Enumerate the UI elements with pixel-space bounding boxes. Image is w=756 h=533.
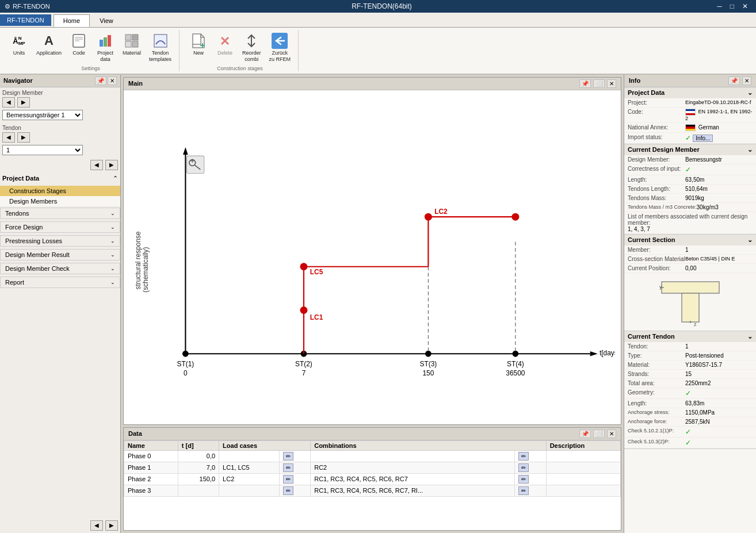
row0-lc-edit-btn[interactable]: ✏ xyxy=(283,452,293,461)
ribbon-btn-units[interactable]: ÅNMP Units xyxy=(7,30,31,58)
info-pin-button[interactable]: 📌 xyxy=(728,76,740,85)
row3-lc-edit-btn[interactable]: ✏ xyxy=(283,486,293,495)
nav-up-button[interactable]: ◀ xyxy=(90,160,103,170)
ct-geometry-value: ✓ xyxy=(685,389,691,397)
nav-section-design-member-check[interactable]: Design Member Check ⌄ xyxy=(0,263,120,274)
ct-material-label: Material: xyxy=(628,362,685,368)
row2-comb-edit[interactable]: ✏ xyxy=(515,473,547,485)
chart-svg: structural response (schematically) xyxy=(129,96,615,419)
row0-lc-edit[interactable]: ✏ xyxy=(279,450,311,462)
tab-home[interactable]: Home xyxy=(54,14,90,27)
data-close-button[interactable]: ✕ xyxy=(607,430,616,438)
delete-icon xyxy=(216,32,234,50)
delete-label: Delete xyxy=(217,50,232,56)
maximize-button[interactable]: □ xyxy=(727,1,738,11)
data-table: Name t [d] Load cases Combinations Descr… xyxy=(124,440,621,497)
tabbar: RF-TENDON Home View xyxy=(0,13,756,28)
row0-comb-edit-btn[interactable]: ✏ xyxy=(518,452,529,461)
ribbon-btn-code[interactable]: Code xyxy=(67,30,91,58)
tendon-next[interactable]: ▶ xyxy=(17,132,30,143)
info-current-tendon-header[interactable]: Current Tendon ⌄ xyxy=(624,331,756,342)
svg-text:(schematically): (schematically) xyxy=(142,247,150,292)
design-member-check-label: Design Member Check xyxy=(5,265,70,272)
nav-item-design-members[interactable]: Design Members xyxy=(0,196,120,206)
design-member-prev[interactable]: ◀ xyxy=(2,97,15,108)
data-expand-button[interactable]: ⬜ xyxy=(593,430,605,438)
nav-item-construction-stages[interactable]: Construction Stages xyxy=(0,186,120,196)
info-current-section-header[interactable]: Current Section ⌄ xyxy=(624,235,756,246)
cs-cross-section-label: Cross-section Material xyxy=(628,256,685,262)
minimize-button[interactable]: ─ xyxy=(713,1,726,11)
tendons-length-value: 510,64m xyxy=(685,186,708,192)
design-member-select[interactable]: Bemessungsträger 1 xyxy=(2,110,83,120)
info-ct-anchorage-stress-row: Anchorage stress: 1150,0MPa xyxy=(624,408,756,417)
row1-comb-edit[interactable]: ✏ xyxy=(515,462,547,473)
svg-text:ST(2): ST(2) xyxy=(295,359,312,367)
tendon-prev[interactable]: ◀ xyxy=(2,132,15,143)
info-current-design-member-section: Current Design Member ⌄ Design Member: B… xyxy=(624,144,756,235)
code-label: Code: xyxy=(628,109,685,121)
chart-close-button[interactable]: ✕ xyxy=(607,79,616,88)
nav-section-design-member-result[interactable]: Design Member Result ⌄ xyxy=(0,249,120,260)
info-ct-check1-row: Check 5.10.2.1(1)P: ✓ xyxy=(624,427,756,438)
info-project-data-header[interactable]: Project Data ⌄ xyxy=(624,87,756,98)
ct-geometry-label: Geometry: xyxy=(628,389,685,397)
row1-comb-edit-btn[interactable]: ✏ xyxy=(518,463,529,472)
row1-lc-edit-btn[interactable]: ✏ xyxy=(283,463,293,472)
row2-lc-edit-btn[interactable]: ✏ xyxy=(283,475,293,484)
row3-comb-edit-btn[interactable]: ✏ xyxy=(518,486,529,495)
nav-section-tendons[interactable]: Tendons ⌄ xyxy=(0,208,120,219)
nav-section-force-design[interactable]: Force Design ⌄ xyxy=(0,221,120,233)
ribbon-btn-project-data[interactable]: Projectdata xyxy=(93,30,117,64)
tab-view[interactable]: View xyxy=(90,14,123,27)
nav-section-prestressing-losses[interactable]: Prestressing Losses ⌄ xyxy=(0,235,120,247)
ribbon-btn-application[interactable]: A Application xyxy=(33,30,64,58)
units-icon: ÅNMP xyxy=(10,32,28,50)
chart-pin-button[interactable]: 📌 xyxy=(579,79,591,88)
ribbon-btn-delete[interactable]: Delete xyxy=(213,30,237,58)
tab-rf-tendon[interactable]: RF-TENDON xyxy=(0,14,51,26)
info-tendons-length-row: Tendons Length: 510,64m xyxy=(624,185,756,194)
info-button[interactable]: Info... xyxy=(693,135,713,142)
table-row: Phase 1 7,0 LC1, LC5 ✏ RC2 ✏ xyxy=(124,462,621,473)
row2-lc: LC2 xyxy=(219,473,280,485)
info-panel-icons: 📌 ✕ xyxy=(728,76,751,85)
report-collapse-icon: ⌄ xyxy=(110,279,115,285)
tendons-mass-label: Tendons Mass: xyxy=(628,195,685,201)
design-member-next[interactable]: ▶ xyxy=(17,97,30,108)
info-close-button[interactable]: ✕ xyxy=(742,76,751,85)
ribbon-btn-new[interactable]: New xyxy=(186,30,211,58)
nav-section-report[interactable]: Report ⌄ xyxy=(0,277,120,288)
row0-comb-edit[interactable]: ✏ xyxy=(515,450,547,462)
info-tendons-mass-row: Tendons Mass: 9019kg xyxy=(624,194,756,203)
row1-lc-edit[interactable]: ✏ xyxy=(279,462,311,473)
row2-comb-edit-btn[interactable]: ✏ xyxy=(518,475,529,484)
ribbon-btn-zuruck[interactable]: Zurückzu RFEM xyxy=(266,30,294,64)
nav-bottom-buttons: ◀ ▶ xyxy=(0,518,120,533)
info-current-design-member-header[interactable]: Current Design Member ⌄ xyxy=(624,144,756,155)
titlebar-title: RF-TENDON(64bit) xyxy=(50,2,713,10)
ribbon-btn-material[interactable]: Material xyxy=(120,30,144,58)
info-ct-geometry-row: Geometry: ✓ xyxy=(624,388,756,399)
force-design-collapse-icon: ⌄ xyxy=(110,224,115,230)
project-label: Project: xyxy=(628,99,685,106)
chart-expand-button[interactable]: ⬜ xyxy=(593,79,605,88)
svg-text:150: 150 xyxy=(422,369,434,377)
ct-check2-value: ✓ xyxy=(685,439,691,447)
row3-lc-edit[interactable]: ✏ xyxy=(279,485,311,496)
main-layout: Navigator 📌 ✕ Design Member ◀ ▶ Bemessun… xyxy=(0,75,756,533)
close-button[interactable]: ✕ xyxy=(739,1,751,11)
nav-down-button[interactable]: ▶ xyxy=(105,160,118,170)
info-panel: Info 📌 ✕ Project Data ⌄ Project: Eingabe… xyxy=(624,75,756,533)
tendon-select[interactable]: 1 xyxy=(2,145,83,155)
nav-close-button[interactable]: ✕ xyxy=(108,76,117,85)
nav-bottom-prev[interactable]: ◀ xyxy=(90,520,103,531)
nav-bottom-next[interactable]: ▶ xyxy=(105,520,118,531)
ribbon-settings-buttons: ÅNMP Units A Application Code Projectdat… xyxy=(7,30,174,64)
row3-comb-edit[interactable]: ✏ xyxy=(515,485,547,496)
ribbon-btn-reorder[interactable]: Reordercombi xyxy=(239,30,264,64)
ribbon-btn-tendon-templates[interactable]: Tendontemplates xyxy=(146,30,174,64)
data-pin-button[interactable]: 📌 xyxy=(579,430,591,438)
nav-pin-button[interactable]: 📌 xyxy=(95,76,106,85)
row2-lc-edit[interactable]: ✏ xyxy=(279,473,311,485)
